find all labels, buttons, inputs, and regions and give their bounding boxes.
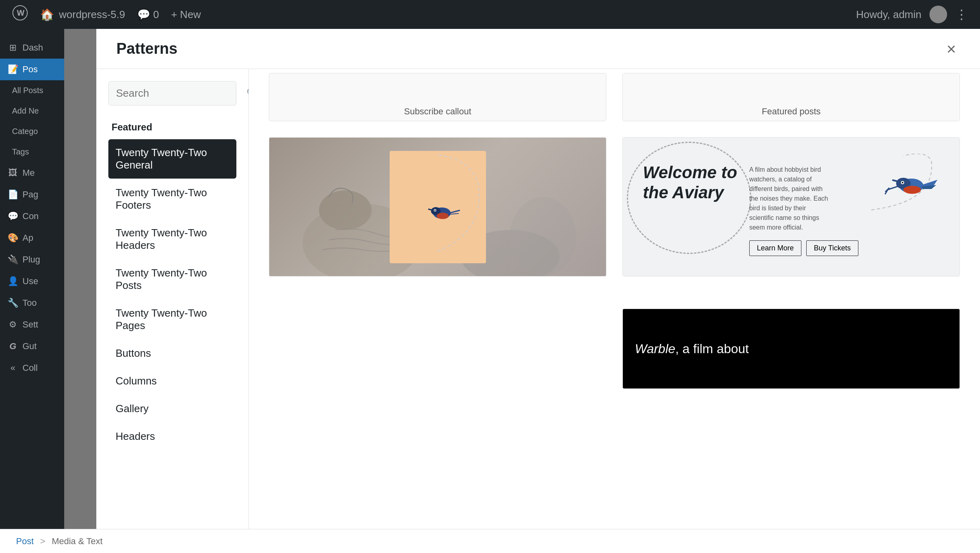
film-text: Warble, a film about <box>635 342 749 356</box>
comments-icon: 💬 <box>137 8 150 21</box>
sidebar-item-posts[interactable]: 📝 Pos <box>0 59 64 80</box>
sidebar-label-gutenberg: Gut <box>22 341 37 352</box>
sidebar-item-collapse[interactable]: « Coll <box>0 357 64 379</box>
howdy-label: Howdy, admin <box>856 8 921 21</box>
wide-intro-buttons: Learn More Buy Tickets <box>749 240 858 256</box>
modal-header: Patterns × <box>96 29 980 69</box>
sidebar-item-gutenberg[interactable]: G Gut <box>0 335 64 357</box>
film-text-warble: Warble <box>635 342 675 356</box>
wide-intro-preview: Welcome tothe Aviary A film about hobbyi… <box>623 138 960 276</box>
film-card[interactable]: Warble, a film about <box>622 309 960 389</box>
svg-text:W: W <box>17 8 24 17</box>
layered-duotone-label: Layered images with duotone <box>269 276 606 276</box>
sidebar-item-add-new[interactable]: Add Ne <box>0 101 64 121</box>
featured-posts-card[interactable]: Featured posts <box>622 73 960 121</box>
featured-section-label: Featured <box>108 122 236 133</box>
breadcrumb-separator: > <box>40 536 45 547</box>
sidebar-label-pages: Pag <box>22 189 38 200</box>
comments-nav[interactable]: 💬 0 <box>137 8 159 21</box>
three-dot-menu[interactable]: ⋮ <box>955 7 968 22</box>
wide-intro-label: Wide image with introduction and buttons <box>623 276 960 276</box>
nav-item-posts[interactable]: Twenty Twenty-Two Posts <box>108 260 236 299</box>
sidebar-item-tools[interactable]: 🔧 Too <box>0 292 64 314</box>
featured-posts-label: Featured posts <box>762 106 821 117</box>
site-name-nav[interactable]: 🏠 wordpress-5.9 <box>40 8 125 21</box>
admin-bar-right: Howdy, admin ⋮ <box>856 6 968 23</box>
svg-point-10 <box>434 209 435 211</box>
sidebar-item-all-posts[interactable]: All Posts <box>0 80 64 101</box>
sidebar-item-categories[interactable]: Catego <box>0 121 64 142</box>
wide-intro-card[interactable]: Welcome tothe Aviary A film about hobbyi… <box>622 137 960 276</box>
buy-tickets-button[interactable]: Buy Tickets <box>806 240 858 256</box>
sidebar-item-plugins[interactable]: 🔌 Plug <box>0 249 64 270</box>
patterns-modal: Patterns × 🔍 Featured Twenty Twenty-Two … <box>96 29 980 553</box>
sidebar-label-tags: Tags <box>12 147 29 157</box>
nav-item-buttons[interactable]: Buttons <box>108 340 236 367</box>
plugins-icon: 🔌 <box>7 254 18 265</box>
svg-point-5 <box>510 197 576 276</box>
learn-more-button[interactable]: Learn More <box>749 240 801 256</box>
nav-item-general[interactable]: Twenty Twenty-Two General <box>108 139 236 179</box>
top-row-cards: Subscribe callout Featured posts <box>269 73 960 121</box>
film-preview: Warble, a film about <box>623 309 960 388</box>
wide-intro-body: A film about hobbyist bird watchers, a c… <box>749 165 830 232</box>
dashed-arc-svg <box>390 151 486 263</box>
sidebar-item-comments[interactable]: 💬 Con <box>0 205 64 227</box>
nav-item-columns[interactable]: Columns <box>108 368 236 394</box>
subscribe-callout-card[interactable]: Subscribe callout <box>269 73 606 121</box>
sidebar-label-dashboard: Dash <box>22 43 43 53</box>
layered-duotone-preview <box>269 138 606 276</box>
avatar[interactable] <box>929 6 947 23</box>
sidebar-item-media[interactable]: 🖼 Me <box>0 162 64 184</box>
wp-logo[interactable]: W <box>12 5 28 24</box>
nav-item-headers2[interactable]: Headers <box>108 423 236 450</box>
close-button[interactable]: × <box>943 37 960 61</box>
sidebar-label-add-new: Add Ne <box>12 106 39 116</box>
sidebar-label-collapse: Coll <box>22 363 38 373</box>
svg-point-3 <box>319 190 372 230</box>
new-nav[interactable]: + New <box>171 8 201 21</box>
sidebar-item-appearance[interactable]: 🎨 Ap <box>0 227 64 249</box>
new-label: + New <box>171 8 201 21</box>
nav-item-headers[interactable]: Twenty Twenty-Two Headers <box>108 220 236 259</box>
sidebar-item-pages[interactable]: 📄 Pag <box>0 184 64 205</box>
nav-item-gallery[interactable]: Gallery <box>108 395 236 422</box>
nav-item-footers[interactable]: Twenty Twenty-Two Footers <box>108 179 236 219</box>
breadcrumb-post[interactable]: Post <box>16 536 34 547</box>
sidebar-item-dashboard[interactable]: ⊞ Dash <box>0 37 64 59</box>
comments-count: 0 <box>153 8 159 21</box>
wide-intro-heading: Welcome tothe Aviary <box>643 163 737 203</box>
breadcrumb-media-text: Media & Text <box>52 536 103 547</box>
patterns-grid: Layered images with duotone <box>269 121 960 389</box>
sidebar-item-users[interactable]: 👤 Use <box>0 270 64 292</box>
nav-item-pages[interactable]: Twenty Twenty-Two Pages <box>108 300 236 339</box>
sidebar-label-plugins: Plug <box>22 254 40 265</box>
sidebar-label-posts: Pos <box>22 64 38 75</box>
sidebar-label-settings: Sett <box>22 319 38 330</box>
pages-icon: 📄 <box>7 189 18 200</box>
gutenberg-icon: G <box>7 341 18 352</box>
svg-point-8 <box>437 213 449 219</box>
media-icon: 🖼 <box>7 168 18 178</box>
admin-bar: W 🏠 wordpress-5.9 💬 0 + New Howdy, admin… <box>0 0 980 29</box>
main-content: Patterns × 🔍 Featured Twenty Twenty-Two … <box>64 29 980 553</box>
breadcrumb-bar: Post > Media & Text <box>0 529 980 553</box>
duotone-card <box>390 151 486 263</box>
film-text-rest: , a film about <box>675 342 749 356</box>
search-input[interactable] <box>116 87 246 100</box>
site-name-label: wordpress-5.9 <box>59 8 125 21</box>
comments-sidebar-icon: 💬 <box>7 211 18 222</box>
sidebar-item-settings[interactable]: ⚙ Sett <box>0 314 64 335</box>
search-box[interactable]: 🔍 <box>108 81 236 106</box>
layered-duotone-card[interactable]: Layered images with duotone <box>269 137 606 276</box>
wide-intro-left: Welcome tothe Aviary <box>643 163 737 203</box>
modal-body: 🔍 Featured Twenty Twenty-Two General Twe… <box>96 69 980 553</box>
admin-sidebar: ⊞ Dash 📝 Pos All Posts Add Ne Catego Tag… <box>0 29 64 553</box>
wide-intro-content: Welcome tothe Aviary A film about hobbyi… <box>631 150 952 268</box>
sidebar-label-appearance: Ap <box>22 233 33 243</box>
sidebar-label-categories: Catego <box>12 127 38 136</box>
settings-icon: ⚙ <box>7 319 18 330</box>
subscribe-callout-label: Subscribe callout <box>404 106 472 117</box>
sidebar-item-tags[interactable]: Tags <box>0 142 64 162</box>
appearance-icon: 🎨 <box>7 233 18 243</box>
